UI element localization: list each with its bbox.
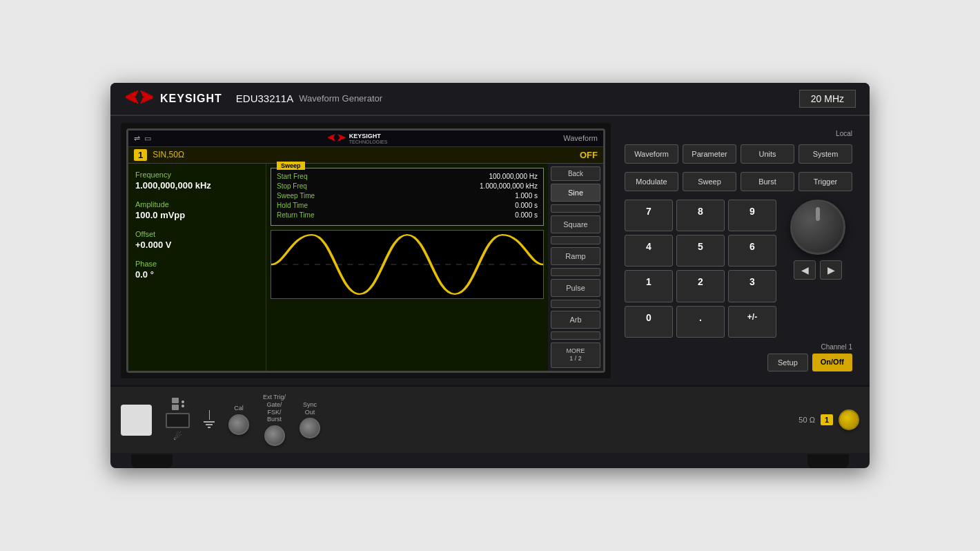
display-icon: ▭: [144, 134, 151, 143]
units-button[interactable]: Units: [741, 144, 794, 164]
more-button[interactable]: MORE1 / 2: [551, 342, 600, 368]
hold-time-label: Hold Time: [277, 202, 339, 209]
screen-section: ⇌ ▭ ⮜⮞ KEYSIGHT TECHNOLOGIES Waveform 1: [121, 123, 611, 378]
main-body: ⇌ ▭ ⮜⮞ KEYSIGHT TECHNOLOGIES Waveform 1: [110, 116, 870, 385]
channel-bottom: Channel 1 Setup On/Off: [625, 343, 852, 371]
device-subtitle: Waveform Generator: [299, 93, 382, 104]
ground-symbol: [204, 410, 215, 429]
power-button[interactable]: [121, 405, 152, 436]
amplitude-param: Amplitude 100.0 mVpp: [135, 200, 259, 220]
cal-port-group: Cal: [228, 405, 249, 435]
sync-out-label: SyncOut: [303, 401, 317, 416]
ohm-label: 50 Ω: [798, 416, 815, 424]
ramp-button[interactable]: Ramp: [551, 247, 600, 265]
stop-freq-value: 1.000,000,000 kHz: [480, 182, 538, 190]
hold-time-value: 0.000 s: [515, 202, 538, 209]
num-5-button[interactable]: 5: [676, 235, 725, 267]
num-1-button[interactable]: 1: [625, 270, 673, 302]
sync-out-port-group: SyncOut: [300, 401, 320, 439]
num-0-button[interactable]: 0: [625, 306, 673, 338]
return-time-row: Return Time 0.000 s: [277, 211, 538, 219]
sweep-button[interactable]: Sweep: [683, 172, 736, 191]
rotary-knob[interactable]: [790, 200, 845, 255]
params-panel: Frequency 1.000,000,000 kHz Amplitude 10…: [128, 164, 266, 371]
stop-freq-label: Stop Freq: [277, 182, 339, 190]
numpad-grid: 7 8 9 4 5 6 1 2 3 0 . +/-: [625, 200, 776, 338]
screen-waveform-label: Waveform: [563, 134, 598, 142]
num-8-button[interactable]: 8: [676, 200, 725, 231]
arb-side-btn[interactable]: [551, 331, 600, 340]
instrument-feet: [110, 454, 870, 468]
sine-side-btn[interactable]: [551, 204, 600, 213]
onoff-button[interactable]: On/Off: [812, 354, 852, 371]
usb-symbol-icon: ☄: [173, 431, 182, 442]
modulate-button[interactable]: Modulate: [625, 172, 678, 191]
square-button[interactable]: Square: [551, 215, 600, 233]
ext-trig-bnc-connector: [264, 425, 285, 446]
num-9-button[interactable]: 9: [728, 200, 776, 231]
sine-button[interactable]: Sine: [551, 184, 600, 202]
right-foot: [807, 454, 849, 468]
channel-off-status: OFF: [580, 150, 598, 160]
channel-number: 1: [134, 149, 147, 161]
arb-button[interactable]: Arb: [551, 311, 600, 329]
square-side-btn[interactable]: [551, 236, 600, 244]
decimal-button[interactable]: .: [676, 306, 725, 338]
num-6-button[interactable]: 6: [728, 235, 776, 267]
trigger-button[interactable]: Trigger: [798, 172, 852, 191]
hold-time-row: Hold Time 0.000 s: [277, 202, 538, 209]
controls-section: Local Waveform Parameter Units System Mo…: [618, 123, 859, 378]
sweep-start-freq-row: Start Freq 100.000,000 Hz: [277, 173, 538, 180]
ramp-side-btn[interactable]: [551, 268, 600, 276]
ch1-badge: 1: [821, 414, 833, 425]
back-button[interactable]: Back: [551, 166, 600, 181]
bottom-panel: ☄ Cal Ext Trig/Gate/FSK/Burst SyncOut 50…: [110, 385, 870, 453]
pulse-button[interactable]: Pulse: [551, 279, 600, 297]
offset-value: +0.000 V: [135, 240, 259, 250]
ext-trig-label: Ext Trig/Gate/FSK/Burst: [263, 394, 286, 423]
right-arrow-button[interactable]: ▶: [820, 260, 842, 280]
start-freq-value: 100.000,000 Hz: [489, 173, 538, 180]
usb-type-a-port[interactable]: [166, 413, 190, 428]
cal-label: Cal: [234, 405, 244, 412]
burst-button[interactable]: Burst: [741, 172, 794, 191]
parameter-button[interactable]: Parameter: [683, 144, 736, 164]
top-bar: ⮜⮞ KEYSIGHT EDU33211A Waveform Generator…: [110, 83, 870, 116]
knob-area: ◀ ▶: [783, 200, 852, 338]
return-time-label: Return Time: [277, 211, 339, 219]
sweep-stop-freq-row: Stop Freq 1.000,000,000 kHz: [277, 182, 538, 190]
waveform-button[interactable]: Waveform: [625, 144, 678, 164]
instrument-body: ⮜⮞ KEYSIGHT EDU33211A Waveform Generator…: [110, 83, 870, 469]
frequency-label: Frequency: [135, 171, 259, 179]
waveform-type-panel: Back Sine Square Ramp Pulse Arb MORE1 / …: [548, 164, 603, 371]
cal-bnc-connector: [228, 414, 249, 435]
sweep-time-row: Sweep Time 1.000 s: [277, 192, 538, 200]
frequency-value: 1.000,000,000 kHz: [135, 180, 259, 191]
plusminus-button[interactable]: +/-: [728, 306, 776, 338]
keysight-screen-logo: ⮜⮞ KEYSIGHT TECHNOLOGIES: [327, 133, 388, 144]
num-2-button[interactable]: 2: [676, 270, 725, 302]
ch1-output-group: 50 Ω 1: [798, 409, 859, 430]
usb-area: ☄: [166, 398, 190, 442]
usb-connectors: [172, 398, 179, 410]
system-button[interactable]: System: [798, 144, 852, 164]
num-3-button[interactable]: 3: [728, 270, 776, 302]
amplitude-value: 100.0 mVpp: [135, 210, 259, 220]
offset-param: Offset +0.000 V: [135, 230, 259, 250]
logo-chevron-icon: ⮜⮞: [124, 90, 155, 108]
arrow-buttons: ◀ ▶: [794, 260, 842, 280]
channel-config: SIN,50Ω: [153, 150, 580, 160]
setup-button[interactable]: Setup: [767, 354, 808, 371]
freq-badge: 20 MHz: [799, 90, 856, 108]
screen-brand-sub: TECHNOLOGIES: [349, 139, 388, 144]
screen-status-bar: ⇌ ▭ ⮜⮞ KEYSIGHT TECHNOLOGIES Waveform: [128, 130, 603, 147]
num-4-button[interactable]: 4: [625, 235, 673, 267]
num-7-button[interactable]: 7: [625, 200, 673, 231]
left-arrow-button[interactable]: ◀: [794, 260, 816, 280]
screen-content: Frequency 1.000,000,000 kHz Amplitude 10…: [128, 164, 603, 371]
frequency-param: Frequency 1.000,000,000 kHz: [135, 171, 259, 191]
sync-out-bnc-connector: [300, 418, 320, 438]
pulse-side-btn[interactable]: [551, 300, 600, 308]
func-row-2: Modulate Sweep Burst Trigger: [625, 172, 852, 191]
model-name: EDU33211A: [236, 93, 293, 104]
